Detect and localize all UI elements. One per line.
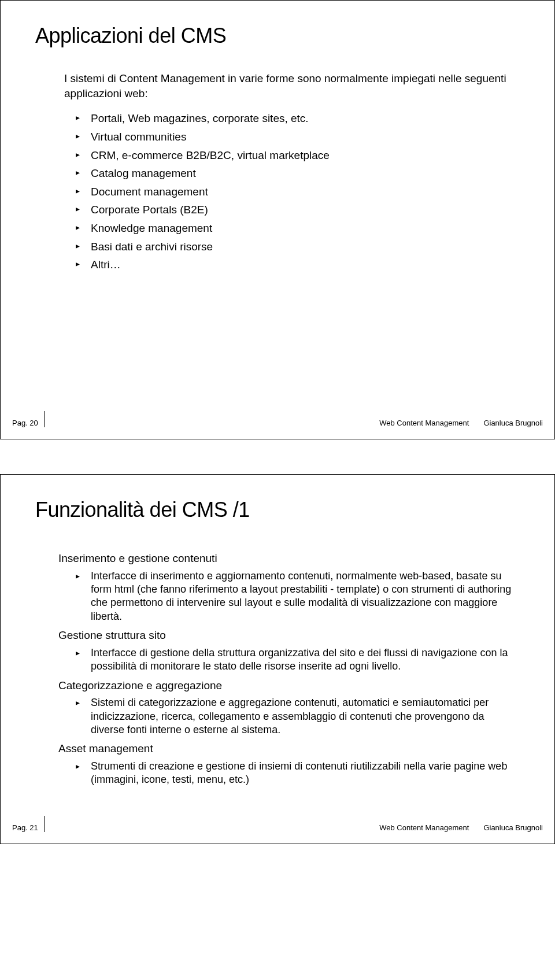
bullet-list: Interfacce di inserimento e aggiornament…	[76, 569, 520, 624]
slide-2: Funzionalità dei CMS /1 Inserimento e ge…	[0, 474, 555, 844]
bullet-list: Interfacce di gestione della struttura o…	[76, 646, 520, 674]
footer-center: Web Content Management	[379, 823, 469, 832]
list-item: Interfacce di gestione della struttura o…	[76, 646, 520, 674]
slide-1: Applicazioni del CMS I sistemi di Conten…	[0, 0, 555, 439]
slide-footer: Pag. 20 Web Content Management Gianluca …	[12, 411, 543, 427]
footer-author: Gianluca Brugnoli	[483, 823, 543, 832]
intro-text: I sistemi di Content Management in varie…	[64, 71, 520, 101]
document-page: Applicazioni del CMS I sistemi di Conten…	[0, 0, 555, 844]
page-number: Pag. 21	[12, 823, 44, 832]
footer-author: Gianluca Brugnoli	[483, 419, 543, 427]
section-label: Gestione struttura sito	[58, 628, 520, 643]
list-item: Interfacce di inserimento e aggiornament…	[76, 569, 520, 624]
list-item: CRM, e-commerce B2B/B2C, virtual marketp…	[76, 148, 520, 163]
section-label: Categorizzazione e aggregazione	[58, 678, 520, 693]
footer-divider	[44, 816, 45, 832]
slide-footer: Pag. 21 Web Content Management Gianluca …	[12, 816, 543, 832]
section-label: Asset management	[58, 741, 520, 756]
footer-center: Web Content Management	[379, 419, 469, 427]
list-item: Basi dati e archivi risorse	[76, 239, 520, 254]
slide-body: Inserimento e gestione contenuti Interfa…	[64, 551, 520, 787]
list-item: Portali, Web magazines, corporate sites,…	[76, 111, 520, 126]
list-item: Catalog management	[76, 166, 520, 181]
list-item: Altri…	[76, 257, 520, 272]
slide-title: Funzionalità dei CMS /1	[35, 498, 520, 522]
list-item: Virtual communities	[76, 130, 520, 145]
slide-title: Applicazioni del CMS	[35, 24, 520, 48]
bullet-list: Strumenti di creazione e gestione di ins…	[76, 760, 520, 787]
list-item: Strumenti di creazione e gestione di ins…	[76, 760, 520, 787]
slide-body: I sistemi di Content Management in varie…	[64, 71, 520, 272]
page-number: Pag. 20	[12, 419, 44, 427]
bullet-list: Sistemi di categorizzazione e aggregazio…	[76, 696, 520, 737]
section-label: Inserimento e gestione contenuti	[58, 551, 520, 566]
list-item: Corporate Portals (B2E)	[76, 202, 520, 217]
list-item: Knowledge management	[76, 221, 520, 236]
list-item: Sistemi di categorizzazione e aggregazio…	[76, 696, 520, 737]
bullet-list: Portali, Web magazines, corporate sites,…	[76, 111, 520, 272]
list-item: Document management	[76, 184, 520, 199]
footer-divider	[44, 411, 45, 427]
